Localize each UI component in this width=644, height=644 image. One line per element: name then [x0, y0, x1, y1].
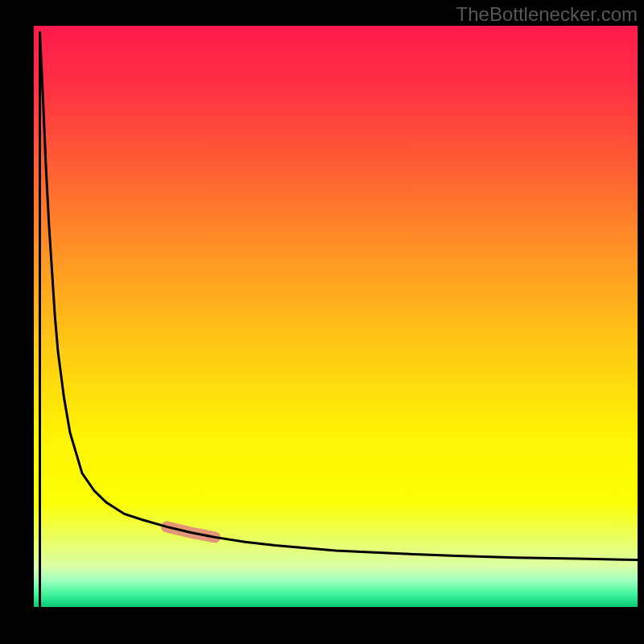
- bottleneck-curve-line: [40, 31, 638, 559]
- watermark-text: TheBottlenecker.com: [456, 3, 638, 26]
- chart-frame: TheBottlenecker.com: [0, 0, 644, 644]
- plot-area: [34, 26, 638, 607]
- curve-layer: [34, 26, 638, 607]
